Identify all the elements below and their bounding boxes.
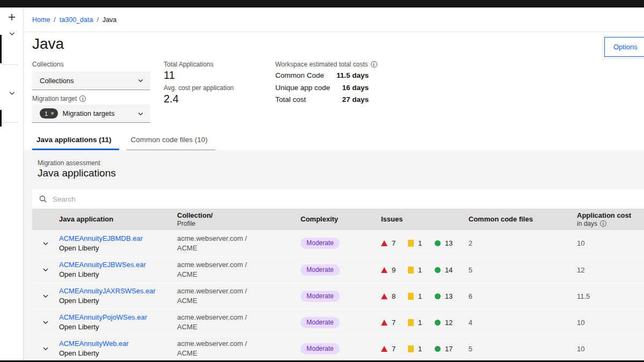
complexity-badge: Moderate <box>301 264 340 276</box>
top-bar <box>0 0 644 8</box>
column-header-java-application: Java application <box>59 215 177 224</box>
row-expand-chevron-icon[interactable] <box>32 292 59 300</box>
avg-cost-label: Avg. cost per application <box>164 84 234 92</box>
application-cost-cell: 11.5 <box>577 292 644 300</box>
column-header-collection-line1: Collection/ <box>177 211 301 220</box>
row-expand-chevron-icon[interactable] <box>32 345 59 352</box>
chevron-down-icon <box>137 110 144 117</box>
add-icon[interactable] <box>0 13 24 21</box>
application-link[interactable]: ACMEAnnuityEJBMDB.ear <box>59 234 177 243</box>
cost-value: 11.5 days <box>336 71 369 84</box>
severe-issue-count: 9 <box>392 266 396 274</box>
ok-circle-icon <box>435 293 441 299</box>
collections-dropdown[interactable]: Collections <box>32 71 150 90</box>
issues-cell: 7 1 17 <box>381 345 469 353</box>
complexity-badge: Moderate <box>301 317 340 328</box>
chevron-down-icon[interactable] <box>0 30 24 37</box>
complexity-cell: Moderate <box>301 317 381 328</box>
collection-cell: acme.webserver.com / ACME <box>177 234 301 253</box>
application-cost-cell: 10 <box>577 319 644 327</box>
severe-issues: 7 <box>381 319 408 327</box>
tag-count: 1 <box>45 110 48 117</box>
migration-targets-dropdown[interactable]: 1 × Migration targets <box>32 105 150 123</box>
warning-issues: 1 <box>408 239 435 247</box>
column-header-common-code-files: Common code files <box>469 215 577 224</box>
search-input[interactable] <box>53 189 638 209</box>
complexity-badge: Moderate <box>301 238 340 249</box>
table-row: ACMEAnnuityEJBMDB.ear Open Liberty acme.… <box>32 230 644 256</box>
row-expand-chevron-icon[interactable] <box>32 240 59 247</box>
common-code-files-cell: 6 <box>469 292 577 300</box>
total-applications-value: 11 <box>164 69 175 82</box>
warning-issues: 1 <box>408 345 435 353</box>
common-code-files-cell: 5 <box>469 266 577 274</box>
warning-issue-count: 1 <box>418 292 422 300</box>
info-issues: 13 <box>435 239 462 247</box>
warning-square-icon <box>408 319 414 326</box>
application-cost-cell: 12 <box>577 266 644 274</box>
row-expand-chevron-icon[interactable] <box>32 266 59 274</box>
breadcrumb: Home / ta300_data / Java <box>24 8 644 32</box>
options-button[interactable]: Options <box>604 37 644 57</box>
collection-cell: acme.webserver.com / ACME <box>177 339 301 358</box>
row-expand-chevron-icon[interactable] <box>32 319 59 326</box>
info-issue-count: 17 <box>445 345 452 353</box>
application-runtime: Open Liberty <box>59 322 177 332</box>
cost-value: 16 days <box>342 84 369 96</box>
migration-target-label-text: Migration target <box>32 95 77 102</box>
avg-cost-value: 2.4 <box>164 93 179 105</box>
info-icon[interactable]: i <box>371 61 377 68</box>
close-icon[interactable]: × <box>50 110 54 116</box>
breadcrumb-separator: / <box>54 16 55 24</box>
severe-triangle-icon <box>381 267 387 273</box>
column-header-complexity: Complexity <box>301 215 381 224</box>
severe-triangle-icon <box>381 293 387 299</box>
severe-issue-count: 7 <box>392 239 396 247</box>
complexity-cell: Moderate <box>301 264 381 276</box>
tab-common-code-files[interactable]: Common code files (10) <box>127 132 215 150</box>
warning-issue-count: 1 <box>418 319 422 327</box>
info-issue-count: 13 <box>445 292 452 300</box>
issues-cell: 7 1 12 <box>381 319 469 327</box>
info-icon[interactable]: i <box>600 220 606 227</box>
common-code-files-cell: 5 <box>469 345 577 353</box>
application-link[interactable]: ACMEAnnuityEJBWSes.ear <box>59 260 177 270</box>
breadcrumb-workspace[interactable]: ta300_data <box>60 16 93 24</box>
total-applications-label: Total Applications <box>164 61 214 68</box>
application-cost-cell: 10 <box>577 239 644 247</box>
table-header-row: Java application Collection/ Profile Com… <box>32 209 644 230</box>
application-link[interactable]: ACMEAnnuityPojoWSes.ear <box>59 313 177 322</box>
collections-label: Collections <box>32 61 64 68</box>
cost-row-total-cost: Total cost 27 days <box>275 95 369 108</box>
severe-triangle-icon <box>381 346 387 352</box>
ok-circle-icon <box>435 320 441 326</box>
workspace-cost-table: Common Code 11.5 days Unique app code 16… <box>275 71 369 108</box>
column-header-cost-line1: Application cost <box>577 211 644 220</box>
collection-cell: acme.webserver.com / ACME <box>177 260 301 279</box>
screen-edge-artifact <box>0 110 2 127</box>
collection-server: acme.webserver.com / <box>177 260 301 270</box>
issues-cell: 8 1 13 <box>381 292 469 300</box>
warning-square-icon <box>408 240 414 247</box>
tab-java-applications[interactable]: Java applications (11) <box>32 132 119 150</box>
application-link[interactable]: ACMEAnnuityJAXRSWSes.ear <box>59 286 177 296</box>
complexity-badge: Moderate <box>301 291 340 302</box>
info-icon[interactable]: i <box>79 95 86 102</box>
application-link[interactable]: ACMEAnnuityWeb.ear <box>59 339 177 349</box>
collection-server: acme.webserver.com / <box>177 339 301 349</box>
collection-cell: acme.webserver.com / ACME <box>177 313 301 331</box>
breadcrumb-home[interactable]: Home <box>32 16 50 24</box>
complexity-badge: Moderate <box>301 343 340 354</box>
severe-triangle-icon <box>381 320 387 326</box>
severe-issue-count: 7 <box>392 319 396 327</box>
warning-issue-count: 1 <box>418 266 422 274</box>
chevron-down-icon[interactable] <box>0 90 24 97</box>
cost-row-unique-app-code: Unique app code 16 days <box>275 84 369 96</box>
info-issues: 13 <box>435 292 462 300</box>
table-row: ACMEAnnuityJAXRSWSes.ear Open Liberty ac… <box>32 283 644 309</box>
warning-issues: 1 <box>408 292 435 300</box>
table-row: ACMEAnnuityPojoWSes.ear Open Liberty acm… <box>32 309 644 335</box>
migration-dropdown-value: Migration targets <box>63 109 115 117</box>
info-issue-count: 14 <box>445 266 452 274</box>
column-header-cost-unit: in days <box>577 220 597 227</box>
